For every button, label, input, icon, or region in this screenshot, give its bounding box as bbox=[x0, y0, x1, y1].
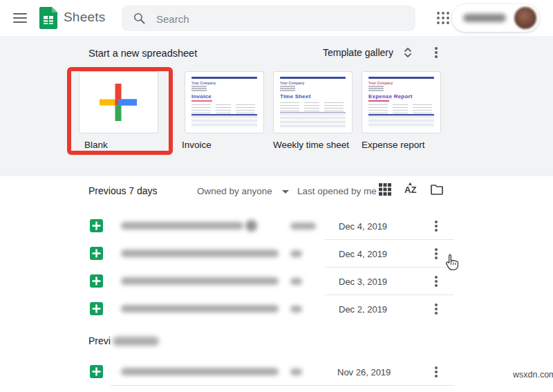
unfold-more-icon bbox=[403, 46, 413, 59]
sort-az-icon[interactable]: AZ▴ bbox=[404, 185, 418, 198]
file-title-blurred bbox=[121, 277, 279, 285]
last-opened-date: Dec 3, 2019 bbox=[339, 277, 387, 287]
account-avatar[interactable] bbox=[514, 7, 536, 29]
thumb-address-lines bbox=[280, 86, 295, 91]
search-icon bbox=[133, 12, 146, 25]
section-heading-blurred-part bbox=[113, 337, 159, 346]
template-band-title: Start a new spreadsheet bbox=[88, 48, 197, 59]
row-more-options-icon[interactable] bbox=[431, 220, 441, 232]
google-apps-grid-icon[interactable] bbox=[436, 11, 450, 25]
template-label-weekly-time-sheet[interactable]: Weekly time sheet bbox=[273, 140, 349, 150]
row-more-options-icon[interactable] bbox=[431, 366, 441, 378]
owned-by-filter-label: Owned by anyone bbox=[197, 186, 272, 196]
template-card-invoice[interactable]: Your Company Invoice bbox=[185, 71, 264, 133]
last-opened-sort-label[interactable]: Last opened by me bbox=[297, 186, 377, 196]
app-title[interactable]: Sheets bbox=[64, 10, 105, 25]
thumb-table bbox=[368, 114, 434, 128]
thumb-company-text: Your Company bbox=[191, 81, 216, 85]
template-label-expense-report[interactable]: Expense report bbox=[362, 140, 425, 150]
owner-blurred bbox=[290, 306, 302, 312]
thumb-top-rule bbox=[191, 77, 257, 79]
template-label-invoice[interactable]: Invoice bbox=[182, 140, 212, 150]
thumb-red-subline bbox=[191, 100, 212, 102]
file-title-blurred bbox=[121, 250, 279, 257]
account-name-blurred bbox=[463, 14, 506, 22]
last-opened-date: Dec 4, 2019 bbox=[339, 221, 387, 232]
template-gallery-label: Template gallery bbox=[323, 47, 393, 58]
owner-blurred bbox=[290, 368, 302, 375]
search-bar[interactable] bbox=[122, 6, 415, 31]
file-row-1[interactable]: Dec 4, 2019 bbox=[0, 212, 553, 240]
row-divider bbox=[111, 385, 453, 386]
search-input[interactable] bbox=[155, 6, 406, 32]
owned-by-filter-dropdown[interactable]: Owned by anyone bbox=[197, 186, 289, 196]
thumb-address-lines bbox=[191, 86, 207, 91]
last-opened-date: Dec 2, 2019 bbox=[339, 304, 387, 315]
file-title-blurred bbox=[121, 222, 243, 230]
file-title-blurred bbox=[121, 305, 279, 312]
sheets-logo-icon[interactable] bbox=[39, 7, 57, 29]
thumb-table bbox=[191, 114, 257, 128]
owner-blurred bbox=[290, 278, 302, 285]
row-more-options-icon[interactable] bbox=[431, 275, 441, 288]
shared-people-icon-blurred bbox=[245, 220, 257, 232]
template-label-blank[interactable]: Blank bbox=[84, 140, 108, 150]
account-chip[interactable] bbox=[452, 4, 539, 32]
file-title-blurred bbox=[121, 368, 279, 375]
last-opened-date: Dec 4, 2019 bbox=[339, 249, 387, 259]
main-menu-icon[interactable] bbox=[12, 10, 28, 26]
top-app-bar: Sheets bbox=[0, 0, 553, 36]
thumb-heading: Time Sheet bbox=[280, 93, 311, 100]
folder-icon[interactable] bbox=[430, 183, 444, 196]
section-heading-previous-7-days: Previous 7 days bbox=[88, 185, 158, 196]
thumb-address-lines bbox=[368, 86, 384, 91]
sheet-file-icon bbox=[90, 219, 103, 232]
sheet-file-icon bbox=[90, 274, 103, 288]
thumb-company-text: Your Company bbox=[280, 81, 304, 85]
template-gallery-button[interactable]: Template gallery bbox=[323, 46, 413, 59]
thumb-top-rule bbox=[368, 77, 434, 79]
owner-blurred bbox=[290, 250, 302, 257]
row-more-options-icon[interactable] bbox=[431, 248, 441, 260]
row-more-options-icon[interactable] bbox=[431, 303, 441, 315]
thumb-heading: Expense Report bbox=[368, 93, 413, 100]
template-card-expense-report[interactable]: Your Company Expense Report bbox=[362, 71, 441, 133]
last-opened-date: Nov 26, 2019 bbox=[337, 367, 391, 377]
owner-blurred bbox=[290, 223, 316, 230]
thumb-heading: Invoice bbox=[191, 93, 212, 100]
grid-view-icon[interactable] bbox=[378, 183, 392, 196]
file-row-2[interactable]: Dec 4, 2019 bbox=[0, 240, 553, 268]
watermark-text: wsxdn.com bbox=[513, 370, 553, 380]
template-band-more-options-icon[interactable] bbox=[431, 46, 441, 59]
template-band: Start a new spreadsheet Template gallery… bbox=[0, 36, 553, 176]
dropdown-arrow-icon bbox=[282, 190, 289, 194]
sheet-file-icon bbox=[90, 247, 103, 260]
new-blank-plus-icon bbox=[100, 84, 137, 121]
thumb-company-text: Your Company bbox=[368, 81, 393, 85]
template-card-weekly-time-sheet[interactable]: Your Company Time Sheet bbox=[273, 71, 353, 133]
sheets-home-screen: Sheets Start a new spreadsheet Template … bbox=[0, 0, 553, 392]
template-card-blank[interactable] bbox=[79, 71, 158, 133]
thumb-table bbox=[280, 112, 346, 128]
file-row-4[interactable]: Dec 2, 2019 bbox=[0, 295, 553, 323]
sheet-file-icon bbox=[90, 365, 103, 378]
section-heading-previous-30-days: Previ bbox=[88, 335, 111, 346]
file-row-5[interactable]: Nov 26, 2019 bbox=[0, 358, 553, 386]
thumb-top-rule bbox=[280, 77, 346, 79]
file-row-3[interactable]: Dec 3, 2019 bbox=[0, 268, 553, 295]
sheet-file-icon bbox=[90, 302, 103, 315]
thumb-pink-subline bbox=[368, 100, 389, 102]
